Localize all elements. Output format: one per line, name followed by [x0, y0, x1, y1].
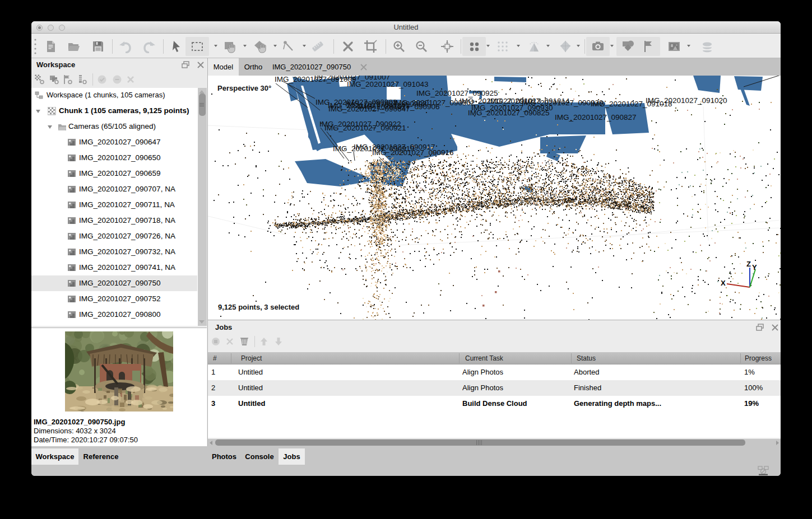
svg-text:IMG_20201027_091043: IMG_20201027_091043	[347, 80, 429, 88]
svg-text:IMG_20201027_090906: IMG_20201027_090906	[358, 102, 440, 111]
svg-text:Perspective 30°: Perspective 30°	[217, 84, 271, 92]
svg-text:IMG_20201027_090921: IMG_20201027_090921	[324, 124, 406, 132]
svg-text:X: X	[721, 279, 726, 287]
svg-text:IMG_20201027_090925: IMG_20201027_090925	[416, 89, 498, 97]
svg-text:IMG_20201027_090827: IMG_20201027_090827	[555, 113, 637, 121]
svg-text:IMG_20201027_090825: IMG_20201027_090825	[468, 109, 550, 117]
svg-text:Y: Y	[752, 263, 757, 272]
svg-text:Z: Z	[746, 260, 751, 268]
svg-text:IMG_20201027_091018: IMG_20201027_091018	[591, 100, 672, 108]
svg-text:9,125 points, 3 selected: 9,125 points, 3 selected	[218, 303, 299, 311]
svg-text:IMG_20201027_090916: IMG_20201027_090916	[372, 148, 454, 157]
